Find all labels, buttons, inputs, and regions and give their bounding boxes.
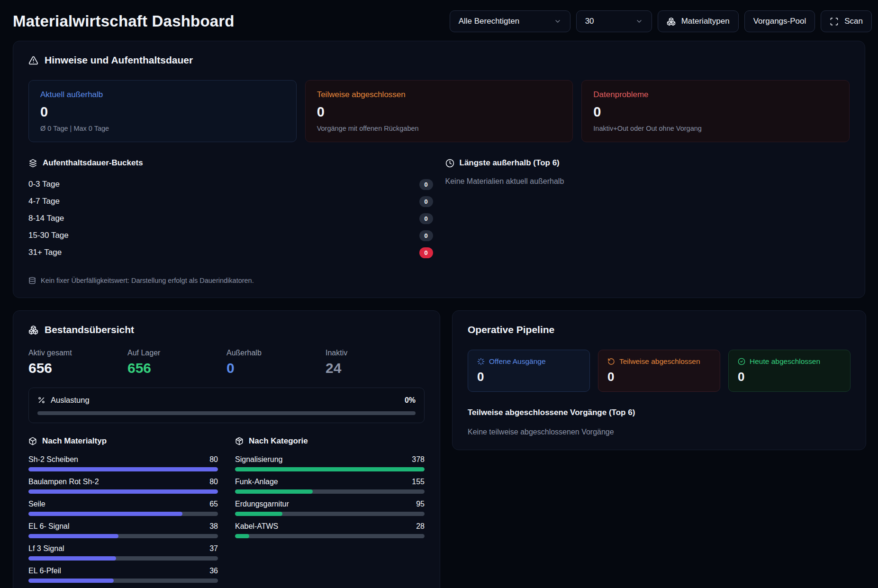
stat-card-sub: Inaktiv+Out oder Out ohne Vorgang — [593, 125, 838, 132]
header: Materialwirtschaft Dashboard Alle Berech… — [13, 0, 865, 41]
bucket-label: 31+ Tage — [28, 248, 62, 257]
vorgangs-pool-button[interactable]: Vorgangs-Pool — [744, 10, 815, 32]
by-type-column: Nach Materialtyp Sh-2 Scheiben80 Baulamp… — [28, 436, 218, 588]
bar-fill — [235, 512, 282, 516]
bar-fill — [28, 534, 118, 538]
bar-row: EL 6- Signal38 — [28, 522, 218, 538]
bucket-count-badge: 0 — [419, 179, 433, 190]
bar-value: 65 — [209, 500, 218, 508]
pipeline-cards: Offene Ausgänge 0 Teilweise abgeschlosse… — [468, 350, 851, 392]
bar-fill — [28, 556, 116, 561]
bar-label: Seile — [28, 500, 45, 508]
by-type-title: Nach Materialtyp — [42, 436, 107, 446]
hints-cards: Aktuell außerhalb 0 Ø 0 Tage | Max 0 Tag… — [28, 80, 850, 142]
buckets-column: Aufenthaltsdauer-Buckets 0-3 Tage 0 4-7 … — [28, 158, 433, 262]
bar-track — [235, 534, 425, 538]
permissions-select[interactable]: Alle Berechtigten — [450, 10, 570, 32]
database-icon — [28, 277, 36, 284]
hints-panel: Hinweise und Aufenthaltsdauer Aktuell au… — [13, 41, 865, 298]
bar-value: 28 — [416, 522, 425, 531]
scan-label: Scan — [844, 17, 863, 26]
pipeline-card-value: 0 — [607, 370, 711, 384]
pipeline-card-teilweise-abgeschlossen: Teilweise abgeschlossen 0 — [598, 350, 720, 392]
box-icon — [28, 437, 37, 445]
bar-row: EL 6-Pfeil36 — [28, 567, 218, 583]
bar-fill — [28, 579, 114, 583]
stat-card-sub: Vorgänge mit offenen Rückgaben — [317, 125, 561, 132]
bar-row: Kabel-ATWS28 — [235, 522, 425, 538]
utilization-header: Auslastung 0% — [37, 396, 416, 405]
inventory-panel-header: Bestandsübersicht — [28, 324, 425, 335]
pipeline-empty-text: Keine teilweise abgeschlossenen Vorgänge — [468, 428, 851, 436]
longest-title: Längste außerhalb (Top 6) — [460, 158, 560, 168]
bar-value: 80 — [209, 455, 218, 464]
by-type-header: Nach Materialtyp — [28, 436, 218, 446]
bar-track — [235, 467, 425, 471]
bar-fill — [235, 534, 249, 538]
package-icon — [235, 437, 244, 445]
bucket-row: 15-30 Tage 0 — [28, 228, 433, 243]
boxes-icon — [28, 325, 38, 335]
bucket-row: 4-7 Tage 0 — [28, 194, 433, 208]
stat-aktiv-gesamt: Aktiv gesamt 656 — [28, 349, 127, 376]
bar-row: Seile65 — [28, 500, 218, 516]
chevron-down-icon — [554, 18, 561, 25]
bar-value: 378 — [412, 455, 425, 464]
bar-label: Sh-2 Scheiben — [28, 455, 78, 464]
layers-icon — [28, 159, 37, 168]
stat-card-value: 0 — [593, 104, 838, 120]
check-circle-icon — [738, 358, 745, 365]
page-title: Materialwirtschaft Dashboard — [13, 12, 235, 30]
bar-row: Funk-Anlage155 — [235, 478, 425, 494]
pipeline-card-value: 0 — [477, 370, 580, 384]
hints-note-text: Kein fixer Überfälligkeitswert: Darstell… — [41, 277, 254, 284]
buckets-header: Aufenthaltsdauer-Buckets — [28, 158, 433, 168]
bar-value: 38 — [209, 522, 218, 531]
stat-card-value: 0 — [317, 104, 561, 120]
bar-label: Lf 3 Signal — [28, 544, 64, 553]
stat-card-aktuell-ausserhalb: Aktuell außerhalb 0 Ø 0 Tage | Max 0 Tag… — [28, 80, 297, 142]
inventory-panel: Bestandsübersicht Aktiv gesamt 656 Auf L… — [13, 310, 440, 588]
stat-label: Inaktiv — [326, 349, 425, 357]
bar-value: 36 — [209, 567, 218, 575]
bucket-count-badge: 0 — [419, 213, 433, 224]
bucket-label: 0-3 Tage — [28, 180, 60, 189]
bar-value: 155 — [412, 478, 425, 486]
materialtypen-label: Materialtypen — [681, 17, 730, 26]
pipeline-card-label: Teilweise abgeschlossen — [619, 357, 700, 366]
scan-button[interactable]: Scan — [821, 10, 872, 32]
bar-row: Erdungsgarnitur95 — [235, 500, 425, 516]
bar-row: Baulampen Rot Sh-280 — [28, 478, 218, 494]
bucket-row: 31+ Tage 0 — [28, 245, 433, 260]
days-select[interactable]: 30 — [576, 10, 652, 32]
utilization-value: 0% — [405, 396, 416, 405]
pipeline-card-value: 0 — [738, 370, 841, 384]
pipeline-top-title: Teilweise abgeschlossene Vorgänge (Top 6… — [468, 408, 851, 417]
hints-title: Hinweise und Aufenthaltsdauer — [45, 54, 193, 66]
scan-icon — [830, 17, 839, 26]
pipeline-panel-header: Operative Pipeline — [468, 324, 851, 335]
bucket-label: 8-14 Tage — [28, 214, 64, 223]
dashboard-page: Materialwirtschaft Dashboard Alle Berech… — [0, 0, 878, 588]
pipeline-panel: Operative Pipeline Offene Ausgänge 0 — [452, 310, 866, 450]
materialtypen-button[interactable]: Materialtypen — [658, 10, 739, 32]
stat-ausserhalb: Außerhalb 0 — [226, 349, 326, 376]
header-controls: Alle Berechtigten 30 Materialtypen Vorga… — [450, 10, 872, 32]
loader-icon — [477, 358, 485, 365]
pipeline-title: Operative Pipeline — [468, 324, 554, 335]
inventory-title: Bestandsübersicht — [45, 324, 134, 335]
bar-value: 80 — [209, 478, 218, 486]
percent-icon — [37, 396, 45, 404]
bar-label: EL 6- Signal — [28, 522, 70, 531]
stat-card-value: 0 — [40, 104, 285, 120]
stat-card-label: Datenprobleme — [593, 90, 838, 100]
bucket-row: 0-3 Tage 0 — [28, 177, 433, 191]
bar-track — [28, 556, 218, 561]
bar-row: Lf 3 Signal37 — [28, 544, 218, 561]
bucket-label: 15-30 Tage — [28, 231, 69, 240]
bar-fill — [28, 489, 218, 494]
pipeline-card-label: Heute abgeschlossen — [750, 357, 820, 366]
utilization-box: Auslastung 0% — [28, 388, 425, 423]
bar-value: 95 — [416, 500, 425, 508]
pipeline-card-offene-ausgaenge: Offene Ausgänge 0 — [468, 350, 590, 392]
